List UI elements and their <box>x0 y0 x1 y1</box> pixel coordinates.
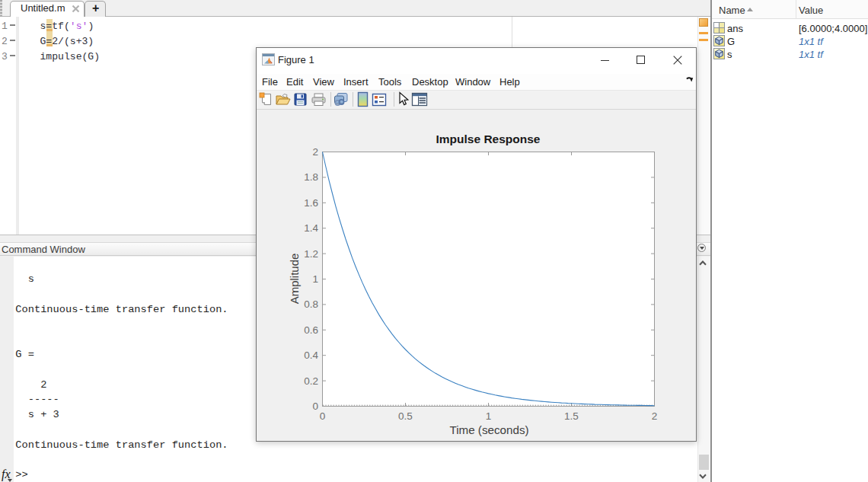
svg-text:1.4: 1.4 <box>304 222 318 234</box>
svg-text:0.4: 0.4 <box>304 350 318 361</box>
svg-text:0.5: 0.5 <box>398 410 413 422</box>
svg-text:1.2: 1.2 <box>304 248 318 260</box>
svg-text:2: 2 <box>652 410 658 422</box>
svg-text:Amplitude: Amplitude <box>288 254 301 305</box>
svg-text:Time (seconds): Time (seconds) <box>449 423 528 436</box>
svg-text:1.6: 1.6 <box>304 197 318 209</box>
svg-text:1.8: 1.8 <box>304 171 318 183</box>
svg-text:0.8: 0.8 <box>304 298 318 310</box>
svg-text:2: 2 <box>312 146 318 158</box>
svg-text:0: 0 <box>320 410 326 422</box>
svg-text:1: 1 <box>312 273 318 285</box>
svg-text:0.2: 0.2 <box>304 375 318 387</box>
svg-text:1: 1 <box>486 410 492 422</box>
svg-text:1.5: 1.5 <box>564 410 579 422</box>
svg-text:0.6: 0.6 <box>304 324 318 336</box>
svg-text:Impulse Response: Impulse Response <box>436 132 541 145</box>
svg-text:0: 0 <box>312 401 318 412</box>
